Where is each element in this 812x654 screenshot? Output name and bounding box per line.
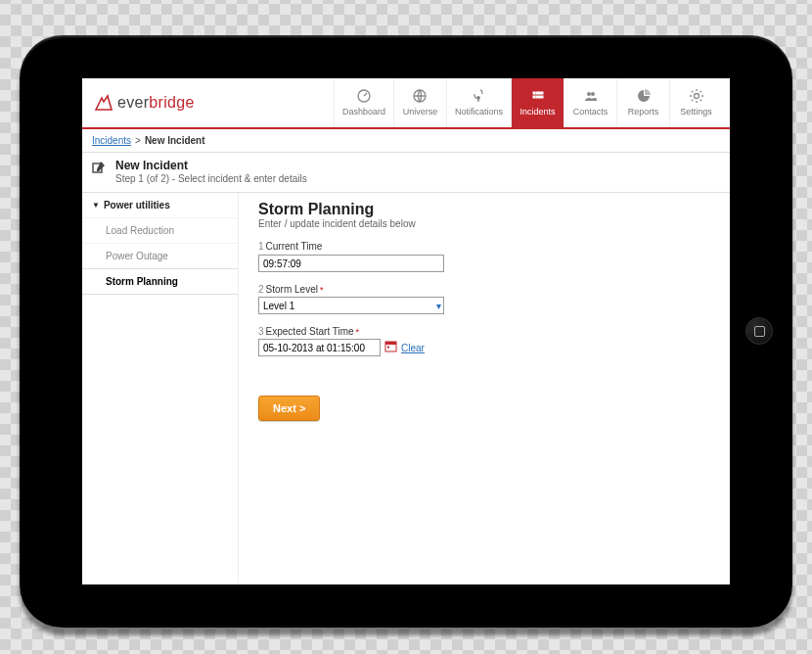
edit-icon bbox=[92, 159, 108, 184]
tablet-frame: everbridge Dashboard Universe Notificati… bbox=[20, 35, 792, 628]
field-num: 3 bbox=[258, 326, 264, 337]
brand-mark-icon bbox=[94, 94, 113, 112]
nav-label: Reports bbox=[628, 107, 659, 117]
sidebar-group-label: Power utilities bbox=[104, 200, 170, 210]
caret-down-icon: ▼ bbox=[92, 201, 100, 210]
svg-rect-3 bbox=[533, 92, 535, 94]
nav-label: Contacts bbox=[573, 107, 609, 117]
nav-settings[interactable]: Settings bbox=[669, 78, 722, 127]
chevron-down-icon: ▾ bbox=[436, 301, 441, 311]
brand-logo[interactable]: everbridge bbox=[94, 94, 195, 112]
clear-link[interactable]: Clear bbox=[401, 343, 425, 353]
field-label: Current Time bbox=[266, 241, 323, 252]
select-value: Level 1 bbox=[263, 301, 294, 311]
next-button[interactable]: Next > bbox=[258, 396, 320, 421]
breadcrumb-current: New Incident bbox=[145, 135, 205, 146]
app-screen: everbridge Dashboard Universe Notificati… bbox=[82, 78, 730, 584]
svg-point-7 bbox=[587, 92, 591, 96]
sidebar-group-power-utilities[interactable]: ▼ Power utilities bbox=[82, 193, 238, 217]
sidebar-item-storm-planning[interactable]: Storm Planning bbox=[82, 268, 238, 295]
sidebar: ▼ Power utilities Load Reduction Power O… bbox=[82, 193, 239, 584]
nav-universe[interactable]: Universe bbox=[393, 78, 446, 127]
svg-rect-12 bbox=[385, 342, 396, 345]
main-panel: Storm Planning Enter / update incident d… bbox=[239, 193, 730, 584]
calendar-icon[interactable] bbox=[384, 339, 397, 356]
field-expected-start: 3Expected Start Time* Clear bbox=[258, 326, 710, 356]
svg-rect-13 bbox=[387, 347, 389, 349]
field-label: Storm Level bbox=[266, 284, 318, 295]
storm-level-select[interactable]: Level 1 ▾ bbox=[258, 297, 444, 314]
form-subtitle: Enter / update incident details below bbox=[258, 218, 710, 229]
page-heading: New Incident Step 1 (of 2) - Select inci… bbox=[82, 153, 730, 193]
form-title: Storm Planning bbox=[258, 201, 710, 218]
required-mark: * bbox=[320, 285, 324, 295]
svg-point-2 bbox=[477, 97, 480, 100]
svg-point-8 bbox=[591, 92, 595, 96]
sidebar-item-load-reduction[interactable]: Load Reduction bbox=[82, 217, 238, 243]
nav-label: Universe bbox=[403, 107, 438, 117]
expected-start-input[interactable] bbox=[258, 339, 381, 356]
current-time-input[interactable] bbox=[258, 255, 444, 272]
required-mark: * bbox=[356, 327, 360, 337]
nav-contacts[interactable]: Contacts bbox=[564, 78, 616, 127]
field-num: 2 bbox=[258, 284, 264, 295]
breadcrumb-sep: > bbox=[135, 135, 141, 146]
nav-incidents[interactable]: Incidents bbox=[511, 78, 564, 127]
nav-label: Incidents bbox=[519, 107, 555, 117]
nav-label: Dashboard bbox=[342, 107, 385, 117]
nav-reports[interactable]: Reports bbox=[616, 78, 669, 127]
field-current-time: 1Current Time bbox=[258, 241, 710, 273]
field-num: 1 bbox=[258, 241, 264, 252]
nav-notifications[interactable]: Notifications bbox=[446, 78, 511, 127]
nav-dashboard[interactable]: Dashboard bbox=[334, 78, 393, 127]
breadcrumb: Incidents > New Incident bbox=[82, 129, 730, 153]
svg-rect-6 bbox=[536, 96, 543, 98]
nav-label: Notifications bbox=[455, 107, 503, 117]
svg-rect-5 bbox=[533, 96, 535, 98]
top-bar: everbridge Dashboard Universe Notificati… bbox=[82, 78, 730, 129]
page-title: New Incident bbox=[115, 159, 307, 172]
main-nav: Dashboard Universe Notifications Inciden… bbox=[334, 78, 722, 127]
svg-point-9 bbox=[694, 94, 699, 99]
breadcrumb-root[interactable]: Incidents bbox=[92, 135, 131, 146]
field-storm-level: 2Storm Level* Level 1 ▾ bbox=[258, 284, 710, 314]
nav-label: Settings bbox=[680, 107, 712, 117]
svg-rect-4 bbox=[536, 92, 543, 94]
home-button[interactable] bbox=[745, 317, 773, 345]
page-subtitle: Step 1 (of 2) - Select incident & enter … bbox=[115, 173, 307, 184]
field-label: Expected Start Time bbox=[266, 326, 354, 337]
brand-name: everbridge bbox=[117, 94, 195, 112]
sidebar-item-power-outage[interactable]: Power Outage bbox=[82, 243, 238, 268]
